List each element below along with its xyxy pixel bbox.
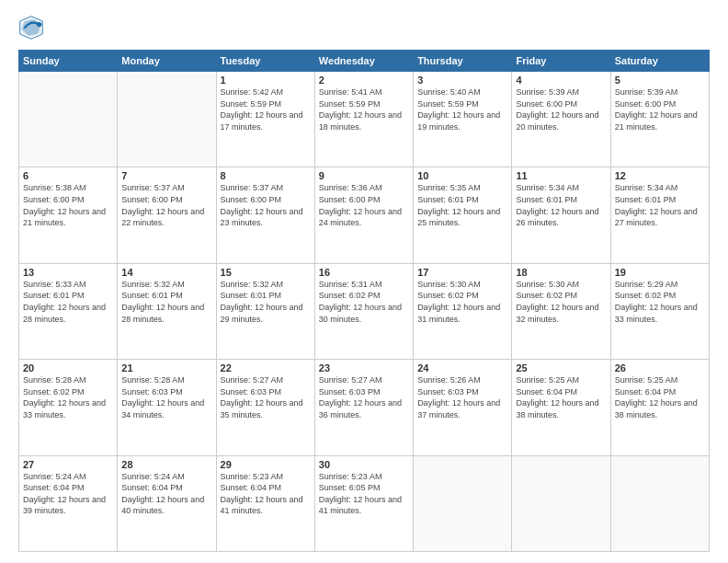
day-number: 25	[516, 362, 606, 373]
calendar-cell: 5Sunrise: 5:39 AMSunset: 6:00 PMDaylight…	[610, 72, 709, 167]
daylight-text: Daylight: 12 hours and	[221, 302, 311, 314]
daylight-text: Daylight: 12 hours and	[23, 494, 113, 506]
day-number: 2	[319, 75, 409, 86]
sunset-text: Sunset: 6:03 PM	[417, 386, 507, 398]
header	[18, 15, 710, 40]
daylight-text: Daylight: 12 hours and	[121, 206, 211, 218]
day-detail: Sunrise: 5:36 AMSunset: 6:00 PMDaylight:…	[319, 182, 409, 228]
day-detail: Sunrise: 5:25 AMSunset: 6:04 PMDaylight:…	[516, 374, 606, 420]
daylight-text: Daylight: 12 hours and	[516, 302, 606, 314]
calendar-cell: 22Sunrise: 5:27 AMSunset: 6:03 PMDayligh…	[216, 360, 314, 455]
sunset-text: Sunset: 6:02 PM	[417, 290, 507, 302]
sunrise-text: Sunrise: 5:25 AM	[516, 374, 606, 386]
daylight-text: Daylight: 12 hours and	[615, 109, 705, 121]
calendar-cell: 24Sunrise: 5:26 AMSunset: 6:03 PMDayligh…	[414, 360, 512, 455]
daylight-text: Daylight: 12 hours and	[23, 302, 113, 314]
day-number: 29	[221, 459, 311, 470]
sunset-text: Sunset: 6:01 PM	[221, 290, 311, 302]
day-detail: Sunrise: 5:39 AMSunset: 6:00 PMDaylight:…	[516, 86, 606, 132]
daylight-text-2: 29 minutes.	[221, 314, 311, 326]
calendar-cell	[414, 455, 512, 551]
calendar-cell: 6Sunrise: 5:38 AMSunset: 6:00 PMDaylight…	[19, 167, 118, 263]
daylight-text-2: 36 minutes.	[319, 409, 409, 421]
calendar-header-row: SundayMondayTuesdayWednesdayThursdayFrid…	[19, 51, 710, 72]
day-detail: Sunrise: 5:26 AMSunset: 6:03 PMDaylight:…	[417, 374, 507, 420]
sunset-text: Sunset: 6:04 PM	[615, 386, 705, 398]
day-number: 11	[516, 170, 606, 181]
sunset-text: Sunset: 6:03 PM	[121, 386, 211, 398]
calendar-cell: 25Sunrise: 5:25 AMSunset: 6:04 PMDayligh…	[512, 360, 610, 455]
day-number: 17	[417, 267, 507, 278]
day-detail: Sunrise: 5:28 AMSunset: 6:02 PMDaylight:…	[23, 374, 113, 420]
calendar-cell: 13Sunrise: 5:33 AMSunset: 6:01 PMDayligh…	[19, 263, 118, 359]
day-detail: Sunrise: 5:39 AMSunset: 6:00 PMDaylight:…	[615, 86, 705, 132]
day-number: 12	[615, 170, 705, 181]
daylight-text-2: 21 minutes.	[615, 121, 705, 133]
day-detail: Sunrise: 5:27 AMSunset: 6:03 PMDaylight:…	[221, 374, 311, 420]
day-number: 28	[121, 459, 211, 470]
daylight-text: Daylight: 12 hours and	[221, 206, 311, 218]
calendar-cell: 14Sunrise: 5:32 AMSunset: 6:01 PMDayligh…	[118, 263, 216, 359]
svg-point-3	[37, 22, 41, 27]
calendar-cell: 27Sunrise: 5:24 AMSunset: 6:04 PMDayligh…	[19, 455, 118, 551]
sunset-text: Sunset: 6:00 PM	[121, 194, 211, 206]
calendar-cell	[118, 72, 216, 167]
sunrise-text: Sunrise: 5:40 AM	[417, 86, 507, 98]
day-number: 27	[23, 459, 113, 470]
daylight-text-2: 41 minutes.	[221, 505, 311, 517]
day-number: 24	[417, 362, 507, 373]
calendar-cell: 11Sunrise: 5:34 AMSunset: 6:01 PMDayligh…	[512, 167, 610, 263]
day-number: 1	[221, 75, 311, 86]
daylight-text-2: 33 minutes.	[23, 409, 113, 421]
daylight-text: Daylight: 12 hours and	[516, 206, 606, 218]
daylight-text: Daylight: 12 hours and	[615, 206, 705, 218]
day-number: 6	[23, 170, 113, 181]
sunrise-text: Sunrise: 5:30 AM	[516, 279, 606, 291]
daylight-text-2: 17 minutes.	[221, 121, 311, 133]
sunset-text: Sunset: 6:00 PM	[615, 98, 705, 110]
calendar-cell: 9Sunrise: 5:36 AMSunset: 6:00 PMDaylight…	[314, 167, 413, 263]
sunrise-text: Sunrise: 5:34 AM	[516, 182, 606, 194]
day-detail: Sunrise: 5:37 AMSunset: 6:00 PMDaylight:…	[121, 182, 211, 228]
daylight-text: Daylight: 12 hours and	[221, 494, 311, 506]
sunrise-text: Sunrise: 5:31 AM	[319, 279, 409, 291]
daylight-text: Daylight: 12 hours and	[221, 397, 311, 409]
day-number: 5	[615, 75, 705, 86]
calendar-header-wednesday: Wednesday	[314, 51, 413, 72]
day-detail: Sunrise: 5:38 AMSunset: 6:00 PMDaylight:…	[23, 182, 113, 228]
calendar-header-tuesday: Tuesday	[216, 51, 314, 72]
sunset-text: Sunset: 6:01 PM	[23, 290, 113, 302]
sunset-text: Sunset: 6:04 PM	[221, 482, 311, 494]
day-detail: Sunrise: 5:25 AMSunset: 6:04 PMDaylight:…	[615, 374, 705, 420]
sunset-text: Sunset: 6:04 PM	[516, 386, 606, 398]
sunrise-text: Sunrise: 5:32 AM	[121, 279, 211, 291]
calendar-cell: 7Sunrise: 5:37 AMSunset: 6:00 PMDaylight…	[118, 167, 216, 263]
calendar-cell: 18Sunrise: 5:30 AMSunset: 6:02 PMDayligh…	[512, 263, 610, 359]
sunrise-text: Sunrise: 5:41 AM	[319, 86, 409, 98]
sunset-text: Sunset: 6:00 PM	[319, 194, 409, 206]
daylight-text-2: 19 minutes.	[417, 121, 507, 133]
daylight-text: Daylight: 12 hours and	[516, 109, 606, 121]
daylight-text-2: 37 minutes.	[417, 409, 507, 421]
daylight-text-2: 20 minutes.	[516, 121, 606, 133]
calendar-week-row: 1Sunrise: 5:42 AMSunset: 5:59 PMDaylight…	[19, 72, 710, 167]
calendar-cell: 15Sunrise: 5:32 AMSunset: 6:01 PMDayligh…	[216, 263, 314, 359]
daylight-text-2: 32 minutes.	[516, 314, 606, 326]
daylight-text-2: 21 minutes.	[23, 217, 113, 229]
logo-icon	[18, 15, 44, 40]
sunrise-text: Sunrise: 5:35 AM	[417, 182, 507, 194]
sunset-text: Sunset: 5:59 PM	[417, 98, 507, 110]
calendar-cell: 2Sunrise: 5:41 AMSunset: 5:59 PMDaylight…	[314, 72, 413, 167]
day-detail: Sunrise: 5:33 AMSunset: 6:01 PMDaylight:…	[23, 279, 113, 325]
day-number: 14	[121, 267, 211, 278]
daylight-text: Daylight: 12 hours and	[516, 397, 606, 409]
calendar-week-row: 6Sunrise: 5:38 AMSunset: 6:00 PMDaylight…	[19, 167, 710, 263]
daylight-text: Daylight: 12 hours and	[121, 494, 211, 506]
day-detail: Sunrise: 5:34 AMSunset: 6:01 PMDaylight:…	[615, 182, 705, 228]
calendar-cell: 19Sunrise: 5:29 AMSunset: 6:02 PMDayligh…	[610, 263, 709, 359]
day-detail: Sunrise: 5:40 AMSunset: 5:59 PMDaylight:…	[417, 86, 507, 132]
calendar-cell: 30Sunrise: 5:23 AMSunset: 6:05 PMDayligh…	[314, 455, 413, 551]
daylight-text: Daylight: 12 hours and	[121, 302, 211, 314]
daylight-text-2: 22 minutes.	[121, 217, 211, 229]
day-number: 30	[319, 459, 409, 470]
